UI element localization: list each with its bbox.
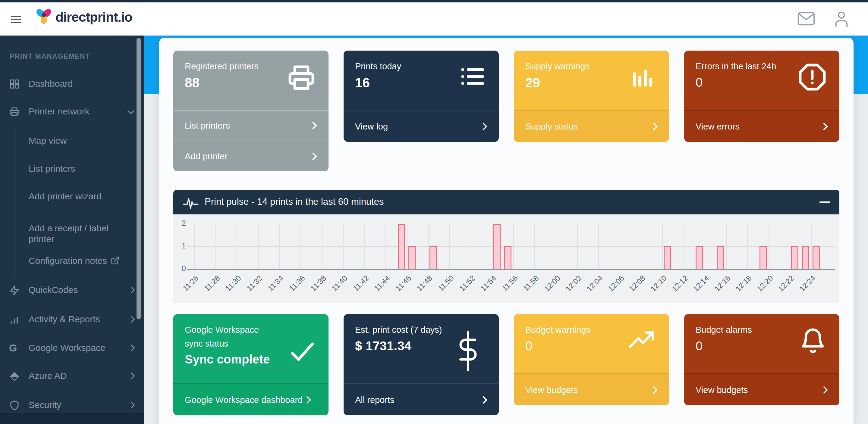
sidebar-footer-strip (0, 413, 144, 424)
chevron-right-icon (820, 386, 828, 394)
bar-chart-icon (9, 314, 20, 325)
x-gridline (450, 224, 450, 269)
x-gridline (513, 224, 514, 269)
y-gridline (187, 224, 835, 224)
dollar-icon (453, 329, 483, 375)
brand-logo[interactable]: directprint.io (35, 8, 132, 27)
dashboard-grid-icon (9, 78, 20, 90)
x-gridline (534, 224, 535, 269)
sidebar-subitem-configuration-notes[interactable]: Configuration notes (0, 254, 144, 267)
x-gridline (705, 224, 705, 269)
sidebar-scrollbar-thumb[interactable] (136, 38, 141, 319)
check-icon (288, 337, 316, 366)
all-reports-action[interactable]: All reports (344, 383, 499, 415)
view-budgets-action[interactable]: View budgets (684, 373, 839, 405)
print-pulse-header: Print pulse - 14 prints in the last 60 m… (173, 190, 839, 215)
window-top-edge (0, 0, 868, 2)
print-pulse-title: Print pulse - 14 prints in the last 60 m… (205, 196, 384, 207)
x-gridline (216, 224, 216, 269)
printer-icon (287, 63, 316, 93)
card-prints-today: Prints today 16 View log (344, 51, 499, 142)
chart-bar (430, 246, 437, 269)
add-printer-action[interactable]: Add printer (173, 141, 329, 171)
x-gridline (811, 224, 812, 269)
chevron-right-icon (128, 287, 135, 294)
x-gridline (726, 224, 727, 269)
sidebar-item-azure-ad[interactable]: Azure AD (0, 369, 144, 383)
x-gridline (577, 224, 578, 269)
sidebar-item-google-workspace[interactable]: G Google Workspace (0, 341, 144, 354)
alert-octagon-icon (798, 63, 827, 93)
sidebar-item-security[interactable]: Security (0, 398, 144, 412)
chevron-right-icon (128, 316, 135, 323)
y-tick-label: 2 (173, 219, 186, 228)
card-registered-printers: Registered printers 88 List printers Add… (173, 51, 329, 171)
print-pulse-chart: 01211:2611:2811:3011:3211:3411:3611:3811… (173, 215, 839, 303)
user-account-icon[interactable] (833, 10, 850, 28)
sidebar-subitem-add-printer-wizard[interactable]: Add printer wizard (0, 190, 144, 203)
sidebar-item-quickcodes[interactable]: QuickCodes (0, 283, 144, 297)
brand-name: directprint.io (56, 10, 132, 25)
x-gridline (747, 224, 748, 269)
view-log-action[interactable]: View log (344, 110, 499, 142)
shield-icon (9, 400, 20, 411)
chevron-right-icon (128, 345, 135, 352)
x-gridline (769, 224, 769, 269)
sidebar-item-dashboard[interactable]: Dashboard (0, 77, 144, 90)
card-budget-warnings: Budget warnings 0 View budgets (514, 314, 669, 405)
view-budgets-action[interactable]: View budgets (514, 373, 669, 405)
supply-levels-icon (629, 63, 656, 92)
card-google-sync-status: Google Workspace sync status Sync comple… (173, 314, 329, 415)
main-content-panel: Registered printers 88 List printers Add… (159, 38, 854, 424)
chart-bar (695, 246, 703, 269)
collapse-minus-icon[interactable] (819, 201, 830, 203)
chart-bar (664, 246, 671, 269)
x-gridline (662, 224, 663, 269)
sidebar-subitem-map-view[interactable]: Map view (0, 134, 144, 147)
sidebar-nav: PRINT MANAGEMENT Dashboard Printer netwo… (0, 36, 144, 424)
x-gridline (620, 224, 620, 269)
list-icon (458, 63, 486, 92)
sidebar-item-activity-reports[interactable]: Activity & Reports (0, 313, 144, 326)
x-axis-line (187, 269, 835, 270)
chart-bar (812, 246, 820, 269)
chevron-right-icon (479, 123, 487, 130)
x-gridline (556, 224, 556, 269)
menu-hamburger-icon[interactable] (11, 14, 21, 23)
card-est-print-cost: Est. print cost (7 days) $ 1731.34 All r… (344, 314, 499, 415)
print-pulse-panel: Print pulse - 14 prints in the last 60 m… (173, 190, 839, 303)
sidebar-item-printer-network[interactable]: Printer network (0, 105, 144, 118)
chevron-right-icon (128, 402, 135, 409)
card-supply-warnings: Supply warnings 29 Supply status (514, 51, 669, 142)
sidebar-subitem-list-printers[interactable]: List printers (0, 162, 144, 175)
x-gridline (343, 224, 344, 269)
supply-status-action[interactable]: Supply status (514, 110, 669, 142)
x-gridline (407, 224, 407, 269)
google-workspace-dashboard-action[interactable]: Google Workspace dashboard (173, 383, 329, 415)
x-gridline (258, 224, 258, 269)
mail-icon[interactable] (797, 11, 815, 26)
x-gridline (598, 224, 599, 269)
logo-petals-icon (35, 8, 53, 27)
chevron-right-icon (303, 396, 311, 403)
x-gridline (428, 224, 429, 269)
list-printers-action[interactable]: List printers (173, 110, 329, 141)
view-errors-action[interactable]: View errors (684, 110, 839, 142)
external-link-icon (111, 255, 120, 269)
x-gridline (492, 224, 493, 269)
sidebar-section-label: PRINT MANAGEMENT (10, 53, 90, 61)
card-label-line1: Google Workspace (185, 323, 317, 336)
chevron-right-icon (128, 372, 135, 380)
x-gridline (789, 224, 790, 269)
trending-up-icon (626, 326, 656, 355)
app-header: directprint.io (0, 2, 868, 36)
x-gridline (471, 224, 471, 269)
chevron-right-icon (650, 123, 657, 130)
x-gridline (194, 224, 195, 269)
x-gridline (364, 224, 365, 269)
sidebar-subitem-add-receipt-label-printer-line2[interactable]: printer (0, 234, 144, 247)
chevron-down-icon (127, 107, 134, 115)
chart-bar (802, 246, 809, 269)
google-g-icon: G (9, 341, 17, 354)
x-gridline (641, 224, 641, 269)
